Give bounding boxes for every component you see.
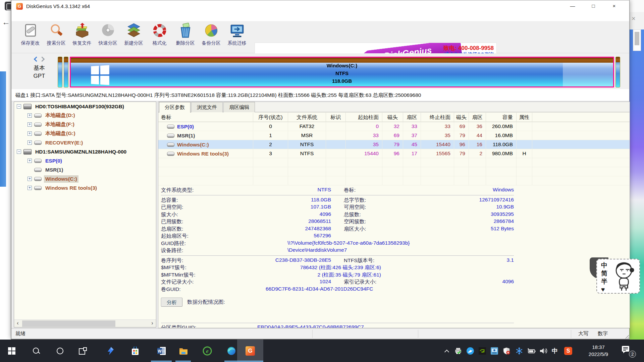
tree-expand-icon[interactable]: − [17, 104, 21, 109]
ime-indicator[interactable]: 中 [550, 346, 559, 356]
tree-hscrollbar[interactable]: ‹ › [14, 319, 156, 327]
tree-expand-icon[interactable]: + [28, 122, 32, 127]
intel-graphics-icon[interactable] [490, 346, 499, 356]
col-start-sector[interactable]: 扇区 [403, 113, 421, 122]
minimize-button[interactable]: — [562, 0, 583, 12]
partition-bar-windows-c[interactable]: Windows(C:) NTFS 118.0GB [70, 57, 614, 87]
menu-item[interactable] [45, 16, 52, 17]
task-view-icon[interactable] [76, 344, 89, 358]
tree-expand-icon[interactable]: + [28, 177, 32, 181]
quick-partition-button[interactable]: 快速分区 [95, 22, 121, 53]
search-icon[interactable] [30, 344, 43, 358]
tree-expand-icon[interactable]: + [28, 140, 32, 145]
menu-item[interactable] [30, 16, 38, 17]
flash-app-icon[interactable] [104, 344, 117, 358]
close-button[interactable]: × [604, 0, 625, 12]
tree-item[interactable]: + Windows RE tools(3) [14, 183, 156, 192]
col-index-status[interactable]: 序号(状态) [253, 113, 288, 122]
maximize-button[interactable]: □ [583, 0, 604, 12]
tab-partition-params[interactable]: 分区参数 [159, 102, 191, 113]
col-end-sector[interactable]: 扇区 [469, 113, 486, 122]
menu-item[interactable] [38, 16, 45, 17]
scroll-right-icon[interactable]: › [149, 320, 156, 327]
col-attributes[interactable]: 属性 [517, 113, 532, 122]
tree-expand-icon[interactable]: + [28, 113, 32, 118]
browser-e-icon[interactable]: e [201, 344, 214, 358]
col-filesystem[interactable]: 文件系统 [288, 113, 326, 122]
tree-expand-icon[interactable]: + [28, 159, 32, 163]
backup-partition-button[interactable]: 备份分区 [198, 22, 224, 53]
tab-sector-edit[interactable]: 扇区编辑 [223, 102, 255, 112]
table-row[interactable]: ESP(0) 0 FAT32 0 32 33 33 69 36 260.0MB [158, 122, 630, 131]
recover-files-button[interactable]: 恢复文件 [69, 22, 95, 53]
nav-left-icon[interactable] [34, 57, 39, 62]
start-button[interactable] [5, 344, 18, 358]
battery-icon[interactable] [527, 346, 536, 356]
tree-item[interactable]: − HD1:SAMSUNGMZNLN128HAHQ-000 [14, 147, 156, 156]
col-end-cylinder[interactable]: 终止柱面 [421, 113, 454, 122]
resize-grip[interactable] [624, 334, 629, 339]
format-button[interactable]: 格式化 [147, 22, 172, 53]
table-row[interactable] [158, 158, 630, 167]
nvidia-icon[interactable] [478, 346, 487, 356]
store-icon[interactable] [128, 344, 142, 358]
tree-item[interactable]: + 本地磁盘(F:) [14, 120, 156, 129]
tree-item[interactable]: + 本地磁盘(G:) [14, 129, 156, 138]
tree-expand-icon[interactable]: − [17, 149, 21, 154]
nav-right-icon[interactable] [40, 57, 45, 62]
file-explorer-icon[interactable] [177, 344, 190, 358]
table-row[interactable]: Windows(C:) 2 NTFS 35 79 45 15440 96 16 … [158, 140, 630, 149]
tree-item[interactable]: MSR(1) [14, 165, 156, 174]
menu-item[interactable] [52, 16, 60, 17]
col-end-head[interactable]: 磁头 [454, 113, 469, 122]
notification-icon[interactable]: 2 [621, 345, 636, 356]
tree-hscroll-thumb[interactable] [22, 320, 115, 327]
back-arrow-icon[interactable]: ← [2, 17, 10, 27]
scroll-left-icon[interactable]: ‹ [14, 320, 21, 327]
table-row[interactable]: Windows RE tools(3) 3 NTFS 15440 96 17 1… [158, 149, 630, 158]
table-row[interactable] [158, 176, 630, 185]
background-close-icon[interactable]: × [632, 15, 636, 22]
snowflake-icon[interactable] [515, 346, 524, 356]
sogou-ime-status-panel[interactable]: 中 简 半 ♥ [596, 259, 640, 294]
partition-bar-re-tools[interactable] [615, 57, 620, 87]
col-flag[interactable]: 标识 [326, 113, 346, 122]
table-row[interactable] [158, 167, 630, 176]
delete-partition-button[interactable]: 删除分区 [172, 22, 198, 53]
titlebar[interactable]: G DiskGenius V5.4.3.1342 x64 — □ × [11, 0, 629, 12]
tree-item[interactable]: − HD0:TOSHIBAMQ04ABF100(932GB) [14, 102, 156, 111]
col-capacity[interactable]: 容量 [486, 113, 517, 122]
search-partition-button[interactable]: 搜索分区 [43, 22, 69, 53]
tree-expand-icon[interactable]: + [28, 186, 32, 190]
defender-alert-icon[interactable] [502, 346, 511, 356]
partition-bar-msr[interactable] [64, 57, 68, 87]
table-row[interactable]: MSR(1) 1 MSR 33 69 37 35 79 44 16.0MB [158, 131, 630, 140]
analyze-button[interactable]: 分析 [161, 298, 182, 307]
tray-expand-icon[interactable] [442, 346, 451, 356]
sogou-icon[interactable]: S [564, 346, 573, 356]
tree-item[interactable]: + 本地磁盘(D:) [14, 111, 156, 120]
background-scrollbar-thumb[interactable] [635, 32, 639, 45]
menu-item[interactable] [23, 16, 30, 17]
partition-bar-esp[interactable] [58, 57, 62, 87]
tree-expand-icon[interactable]: + [28, 131, 32, 136]
menu-item[interactable] [15, 16, 23, 17]
col-start-head[interactable]: 磁头 [382, 113, 403, 122]
edge-icon[interactable] [225, 344, 238, 358]
messenger-icon[interactable] [466, 346, 475, 356]
cortana-icon[interactable] [53, 344, 67, 358]
col-start-cylinder[interactable]: 起始柱面 [346, 113, 382, 122]
col-volume-label[interactable]: 卷标 [158, 113, 253, 122]
taskbar-clock[interactable]: 18:37 2022/5/9 [582, 344, 614, 358]
printer-check-icon[interactable] [453, 346, 463, 356]
background-scrollbar[interactable] [633, 29, 641, 51]
volume-icon[interactable] [539, 346, 548, 356]
tree-item[interactable]: + ESP(0) [14, 156, 156, 165]
diskgenius-taskbar-icon[interactable]: G [244, 344, 257, 358]
tree-item[interactable]: + Windows(C:) [14, 174, 156, 183]
new-partition-button[interactable]: 新建分区 [121, 22, 147, 53]
tab-browse-files[interactable]: 浏览文件 [191, 102, 223, 112]
word-icon[interactable]: W [155, 344, 168, 358]
save-changes-button[interactable]: 保存更改 [17, 22, 43, 53]
tree-item[interactable]: + RECOVERY(E:) [14, 138, 156, 147]
